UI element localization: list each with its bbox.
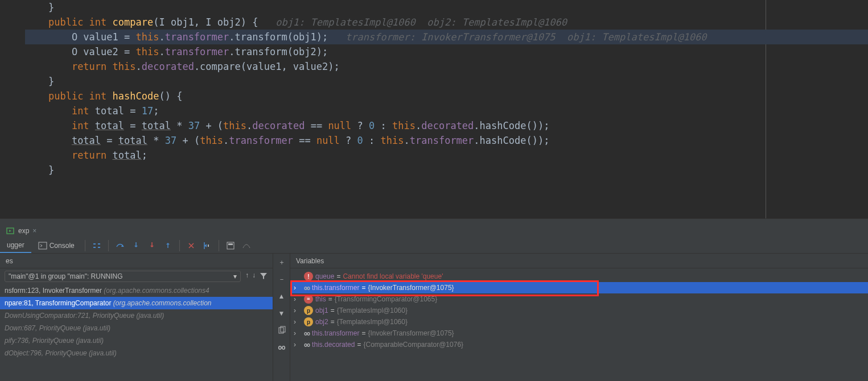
code-line[interactable]: O value2 = this.transformer.transform(ob… [25,44,868,59]
stack-frame-row[interactable]: Down:687, PriorityQueue (java.util) [0,322,273,334]
code-line[interactable]: } [25,163,868,177]
code-line[interactable]: public int compare(I obj1, I obj2) { obj… [25,15,868,30]
copy-icon[interactable] [277,325,287,336]
variable-row[interactable]: ›= this = {TransformingComparator@1065} [290,293,868,305]
err-badge-icon: ! [304,272,313,281]
glasses-icon[interactable]: oo [277,342,287,353]
add-watch-icon[interactable]: ＋ [277,257,287,267]
force-step-into-icon[interactable] [145,239,159,252]
variable-row[interactable]: ! queue = Cannot find local variable 'qu… [290,271,868,282]
debug-toolbar: ugger Console [0,238,868,254]
code-line[interactable]: } [25,0,868,15]
step-out-icon[interactable] [161,239,175,252]
drop-frame-icon[interactable] [184,239,198,252]
watch-badge-icon: oo [304,283,310,292]
svg-rect-5 [93,247,96,248]
run-tab-label: exp [18,227,29,235]
variable-row[interactable]: ›oo this.transformer = {InvokerTransform… [290,282,868,293]
frames-pane: es "main"@1 in group "main": RUNNING ▾ ↑… [0,254,273,381]
variable-row[interactable]: ›oo this.transformer = {InvokerTransform… [290,328,868,339]
close-icon[interactable]: × [32,227,36,235]
run-tab-exp[interactable]: exp × [1,225,41,237]
param-badge-icon: p [304,306,313,315]
param-badge-icon: p [304,317,313,326]
code-editor[interactable]: } public int compare(I obj1, I obj2) { o… [0,0,868,218]
step-over-icon[interactable] [113,239,127,252]
stack-frame-row[interactable]: dObject:796, PriorityQueue (java.util) [0,347,273,359]
evaluate-icon[interactable] [224,239,237,252]
svg-rect-9 [227,242,234,249]
prev-frame-icon[interactable]: ↑ [245,271,249,282]
down-icon[interactable]: ▼ [277,308,287,318]
code-line[interactable]: total = total * 37 + (this.transformer =… [25,133,868,148]
variables-list[interactable]: ! queue = Cannot find local variable 'qu… [290,268,868,353]
filter-icon[interactable] [259,271,268,282]
chevron-down-icon: ▾ [233,272,237,280]
svg-rect-10 [228,243,233,245]
watch-badge-icon: oo [304,329,310,338]
variables-header: Variables [290,254,868,268]
variable-row[interactable]: ›p obj1 = {TemplatesImpl@1060} [290,305,868,316]
step-into-icon[interactable] [129,239,143,252]
threads-icon[interactable] [90,239,104,252]
stack-frame-row[interactable]: npare:81, TransformingComparator (org.ap… [0,297,273,309]
up-icon[interactable]: ▲ [277,291,287,301]
svg-rect-7 [98,247,100,248]
variable-row[interactable]: ›oo this.decorated = {ComparableComparat… [290,339,868,350]
editor-scrollbar[interactable] [0,218,868,224]
remove-watch-icon[interactable]: － [277,274,287,284]
run-tabs: exp × [0,224,868,238]
console-icon [38,241,47,250]
run-to-cursor-icon[interactable] [200,239,214,252]
code-line[interactable]: public int hashCode() { [25,89,868,103]
tab-console[interactable]: Console [31,238,81,253]
stack-frame-row[interactable]: pify:736, PriorityQueue (java.util) [0,334,273,347]
code-line[interactable]: int total = 17; [25,103,868,118]
code-line[interactable]: return total; [25,148,868,163]
svg-rect-6 [98,243,100,245]
trace-icon[interactable] [240,239,253,252]
stack-frame-row[interactable]: nsform:123, InvokerTransformer (org.apac… [0,284,273,297]
call-stack-list[interactable]: nsform:123, InvokerTransformer (org.apac… [0,284,273,359]
next-frame-icon[interactable]: ↓ [252,271,256,282]
thread-selector[interactable]: "main"@1 in group "main": RUNNING ▾ [5,271,241,282]
tab-debugger[interactable]: ugger [0,238,31,253]
code-line[interactable]: return this.decorated.compare(value1, va… [25,59,868,74]
frames-header-label: es [0,254,273,268]
stack-frame-row[interactable]: DownUsingComparator:721, PriorityQueue (… [0,309,273,322]
variables-pane: ＋ － ▲ ▼ oo Variables ! queue = Cannot fi… [273,254,868,381]
debug-panes: es "main"@1 in group "main": RUNNING ▾ ↑… [0,254,868,381]
that-badge-icon: = [304,295,313,304]
code-line[interactable]: O value1 = this.transformer.transform(ob… [25,30,868,44]
svg-rect-8 [208,245,209,247]
code-line[interactable]: } [25,74,868,89]
variables-gutter: ＋ － ▲ ▼ oo [273,254,290,381]
watch-badge-icon: oo [304,340,310,349]
run-profile-icon [6,226,15,235]
code-line[interactable]: int total = total * 37 + (this.decorated… [25,118,868,133]
svg-rect-3 [39,242,47,249]
variable-row[interactable]: ›p obj2 = {TemplatesImpl@1060} [290,316,868,328]
svg-rect-4 [93,243,96,245]
